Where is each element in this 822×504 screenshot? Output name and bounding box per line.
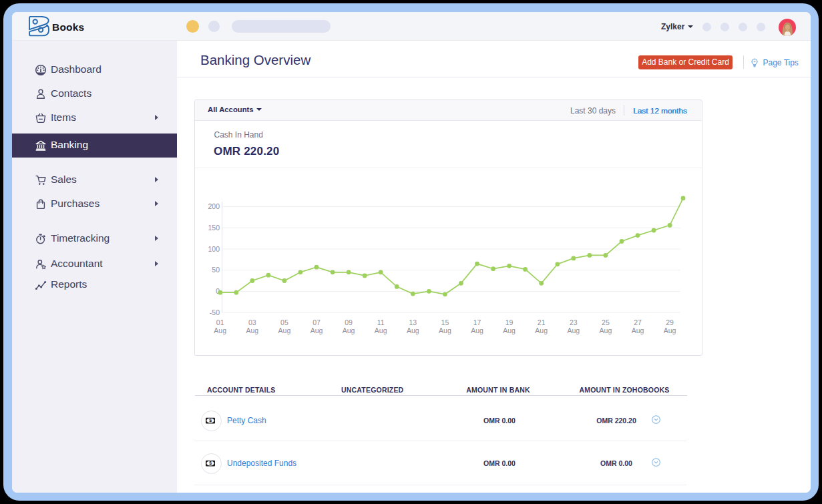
svg-text:100: 100 bbox=[208, 245, 220, 253]
svg-text:03: 03 bbox=[248, 318, 256, 326]
svg-text:Aug: Aug bbox=[342, 326, 355, 334]
svg-text:07: 07 bbox=[313, 318, 321, 326]
svg-text:21: 21 bbox=[537, 318, 545, 326]
svg-text:Aug: Aug bbox=[663, 326, 676, 334]
svg-text:01: 01 bbox=[216, 318, 224, 326]
svg-text:-50: -50 bbox=[209, 308, 219, 316]
svg-text:17: 17 bbox=[473, 318, 481, 326]
svg-text:09: 09 bbox=[345, 318, 353, 326]
svg-text:Aug: Aug bbox=[471, 326, 483, 334]
svg-text:Aug: Aug bbox=[599, 326, 612, 334]
svg-text:27: 27 bbox=[634, 318, 642, 326]
svg-text:Aug: Aug bbox=[214, 326, 226, 334]
svg-text:Aug: Aug bbox=[310, 326, 323, 334]
svg-text:25: 25 bbox=[602, 318, 610, 326]
svg-text:Aug: Aug bbox=[374, 326, 387, 334]
svg-text:29: 29 bbox=[666, 318, 674, 326]
svg-text:$: $ bbox=[209, 461, 212, 466]
svg-text:Aug: Aug bbox=[631, 326, 644, 334]
svg-text:15: 15 bbox=[441, 318, 449, 326]
svg-text:Aug: Aug bbox=[503, 326, 516, 334]
svg-text:Aug: Aug bbox=[246, 326, 258, 334]
svg-text:19: 19 bbox=[505, 318, 513, 326]
svg-text:Aug: Aug bbox=[278, 326, 290, 334]
svg-text:23: 23 bbox=[569, 318, 577, 326]
svg-text:11: 11 bbox=[377, 318, 384, 326]
svg-text:$: $ bbox=[209, 418, 212, 423]
svg-text:Aug: Aug bbox=[406, 326, 419, 334]
svg-text:50: 50 bbox=[212, 266, 220, 274]
svg-text:Aug: Aug bbox=[567, 326, 580, 334]
svg-text:05: 05 bbox=[280, 318, 288, 326]
svg-text:200: 200 bbox=[208, 202, 220, 210]
svg-text:150: 150 bbox=[208, 224, 220, 232]
svg-text:Aug: Aug bbox=[439, 326, 451, 334]
svg-text:Aug: Aug bbox=[535, 326, 548, 334]
svg-text:13: 13 bbox=[409, 318, 417, 326]
